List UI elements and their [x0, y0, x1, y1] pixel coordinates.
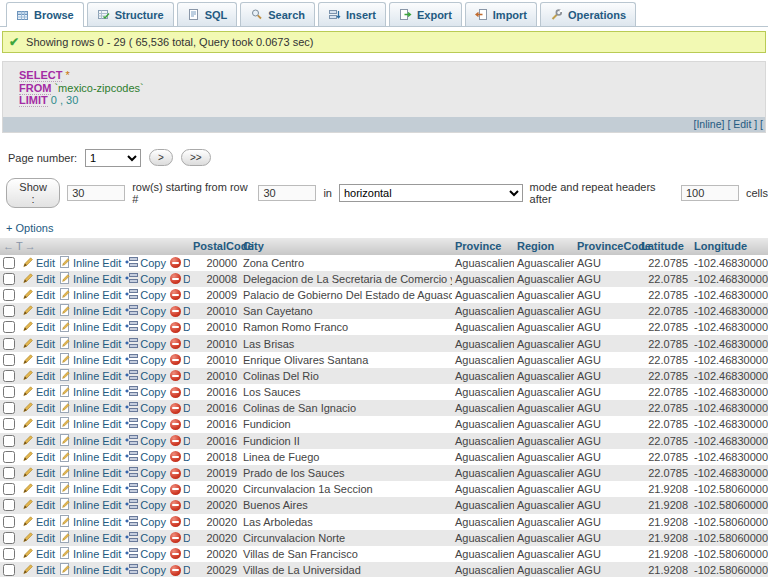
header-postalcode[interactable]: PostalCode — [190, 238, 240, 255]
delete-link[interactable]: Delete — [170, 532, 190, 544]
repeat-headers-input[interactable] — [681, 185, 739, 201]
tab-export[interactable]: Export — [389, 2, 462, 26]
row-checkbox[interactable] — [3, 321, 15, 333]
inline-edit-link[interactable]: Inline Edit — [59, 304, 121, 318]
inline-edit-link[interactable]: Inline Edit — [59, 498, 121, 512]
start-row-input[interactable] — [258, 185, 316, 201]
edit-link[interactable]: Edit — [22, 369, 55, 383]
delete-link[interactable]: Delete — [170, 564, 190, 576]
inline-edit-link[interactable]: Inline Edit — [59, 369, 121, 383]
row-checkbox[interactable] — [3, 273, 15, 285]
inline-edit-link[interactable]: Inline Edit — [59, 320, 121, 334]
inline-edit-link[interactable]: Inline Edit — [59, 256, 121, 270]
edit-link[interactable]: Edit — [22, 515, 55, 529]
delete-link[interactable]: Delete — [170, 451, 190, 463]
inline-edit-link[interactable]: Inline Edit — [59, 417, 121, 431]
copy-link[interactable]: Copy — [125, 531, 166, 545]
edit-link[interactable]: Edit — [22, 385, 55, 399]
header-city[interactable]: City — [240, 238, 452, 255]
copy-link[interactable]: Copy — [125, 547, 166, 561]
options-toggle-link[interactable]: + Options — [6, 222, 53, 234]
edit-link[interactable]: Edit — [22, 288, 55, 302]
header-longitude[interactable]: Longitude — [691, 238, 768, 255]
edit-link[interactable]: Edit — [22, 434, 55, 448]
tab-browse[interactable]: Browse — [6, 2, 84, 27]
row-checkbox[interactable] — [3, 402, 15, 414]
delete-link[interactable]: Delete — [170, 548, 190, 560]
delete-link[interactable]: Delete — [170, 418, 190, 430]
inline-edit-link[interactable]: Inline Edit — [59, 531, 121, 545]
copy-link[interactable]: Copy — [125, 401, 166, 415]
copy-link[interactable]: Copy — [125, 434, 166, 448]
edit-link[interactable]: Edit — [22, 450, 55, 464]
edit-link[interactable]: Edit — [22, 256, 55, 270]
header-provincecode[interactable]: ProvinceCode — [574, 238, 638, 255]
tab-operations[interactable]: Operations — [540, 2, 636, 26]
edit-link[interactable]: Edit — [22, 272, 55, 286]
edit-link[interactable]: Edit — [22, 401, 55, 415]
inline-edit-link[interactable]: Inline Edit — [59, 385, 121, 399]
delete-link[interactable]: Delete — [170, 402, 190, 414]
delete-link[interactable]: Delete — [170, 467, 190, 479]
tab-sql[interactable]: SQL — [177, 2, 238, 26]
row-checkbox[interactable] — [3, 516, 15, 528]
inline-edit-link[interactable]: Inline Edit — [59, 353, 121, 367]
row-checkbox[interactable] — [3, 370, 15, 382]
edit-link[interactable]: Edit — [22, 547, 55, 561]
copy-link[interactable]: Copy — [125, 288, 166, 302]
inline-edit-link[interactable]: Inline Edit — [59, 450, 121, 464]
edit-query-link[interactable]: [ Edit ] — [727, 118, 757, 130]
row-checkbox[interactable] — [3, 354, 15, 366]
row-checkbox[interactable] — [3, 532, 15, 544]
delete-link[interactable]: Delete — [170, 516, 190, 528]
next-page-button[interactable]: > — [149, 149, 173, 166]
delete-link[interactable]: Delete — [170, 483, 190, 495]
inline-edit-link[interactable]: Inline Edit — [59, 515, 121, 529]
inline-edit-link[interactable]: Inline Edit — [59, 337, 121, 351]
delete-link[interactable]: Delete — [170, 338, 190, 350]
row-checkbox[interactable] — [3, 305, 15, 317]
row-checkbox[interactable] — [3, 451, 15, 463]
row-checkbox[interactable] — [3, 289, 15, 301]
inline-edit-link[interactable]: Inline Edit — [59, 482, 121, 496]
edit-link[interactable]: Edit — [22, 337, 55, 351]
row-checkbox[interactable] — [3, 435, 15, 447]
header-province[interactable]: Province — [452, 238, 514, 255]
row-checkbox[interactable] — [3, 564, 15, 576]
copy-link[interactable]: Copy — [125, 563, 166, 577]
edit-link[interactable]: Edit — [22, 498, 55, 512]
page-number-select[interactable]: 1 — [85, 149, 141, 167]
delete-link[interactable]: Delete — [170, 354, 190, 366]
delete-link[interactable]: Delete — [170, 305, 190, 317]
row-checkbox[interactable] — [3, 548, 15, 560]
copy-link[interactable]: Copy — [125, 320, 166, 334]
inline-edit-link[interactable]: Inline Edit — [59, 288, 121, 302]
edit-link[interactable]: Edit — [22, 466, 55, 480]
edit-link[interactable]: Edit — [22, 304, 55, 318]
inline-edit-link[interactable]: Inline Edit — [59, 563, 121, 577]
delete-link[interactable]: Delete — [170, 499, 190, 511]
copy-link[interactable]: Copy — [125, 337, 166, 351]
row-checkbox[interactable] — [3, 418, 15, 430]
display-mode-select[interactable]: horizontal — [339, 184, 523, 202]
row-checkbox[interactable] — [3, 483, 15, 495]
delete-link[interactable]: Delete — [170, 370, 190, 382]
inline-edit-link[interactable]: Inline Edit — [59, 547, 121, 561]
inline-edit-link[interactable]: Inline Edit — [59, 272, 121, 286]
copy-link[interactable]: Copy — [125, 498, 166, 512]
move-left-icon[interactable]: ← — [3, 240, 16, 252]
tab-structure[interactable]: Structure — [87, 2, 174, 26]
edit-link[interactable]: Edit — [22, 531, 55, 545]
edit-link[interactable]: Edit — [22, 417, 55, 431]
move-right-icon[interactable]: → — [25, 240, 38, 252]
row-checkbox[interactable] — [3, 467, 15, 479]
edit-link[interactable]: Edit — [22, 563, 55, 577]
delete-link[interactable]: Delete — [170, 257, 190, 269]
header-latitude[interactable]: Latitude — [638, 238, 691, 255]
copy-link[interactable]: Copy — [125, 369, 166, 383]
delete-link[interactable]: Delete — [170, 289, 190, 301]
copy-link[interactable]: Copy — [125, 515, 166, 529]
copy-link[interactable]: Copy — [125, 450, 166, 464]
edit-link[interactable]: Edit — [22, 353, 55, 367]
delete-link[interactable]: Delete — [170, 273, 190, 285]
